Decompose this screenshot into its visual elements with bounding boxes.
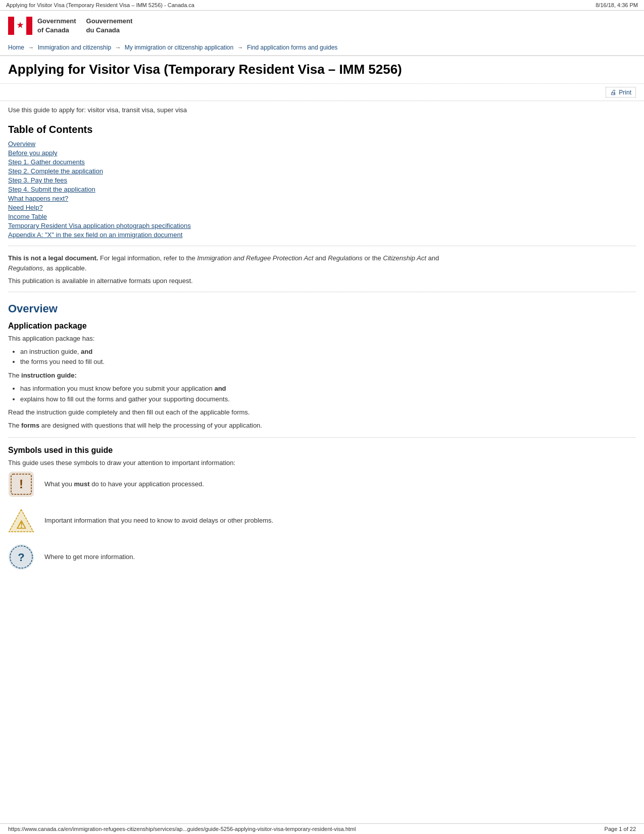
svg-text:?: ? bbox=[18, 551, 24, 564]
toc-item-overview: Overview bbox=[8, 140, 636, 148]
instruction-guide-list: has information you must know before you… bbox=[20, 384, 636, 405]
toc-item-step1: Step 1. Gather documents bbox=[8, 158, 636, 166]
toc-link-help[interactable]: Need Help? bbox=[8, 204, 43, 211]
info-icon: ? bbox=[8, 544, 34, 570]
warning-text: Important information that you need to k… bbox=[44, 516, 273, 526]
toc-list: Overview Before you apply Step 1. Gather… bbox=[8, 140, 636, 239]
gov-fr: Gouvernementdu Canada bbox=[86, 17, 133, 35]
app-package-title: Application package bbox=[8, 321, 636, 331]
top-bar: Applying for Visitor Visa (Temporary Res… bbox=[0, 0, 644, 11]
toc-item-step4: Step 4. Submit the application bbox=[8, 185, 636, 193]
list-item: an instruction guide, and bbox=[20, 347, 636, 357]
svg-rect-2 bbox=[26, 17, 32, 35]
header: Governmentof Canada Gouvernementdu Canad… bbox=[0, 11, 644, 42]
warning-icon: ⚠ bbox=[8, 507, 34, 534]
svg-text:!: ! bbox=[19, 477, 23, 491]
toc-item-appendix: Appendix A: "X" in the sex field on an i… bbox=[8, 230, 636, 239]
legal-note-bold: This is not a legal document. bbox=[8, 254, 98, 262]
divider-3 bbox=[8, 437, 636, 438]
list-item: has information you must know before you… bbox=[20, 384, 636, 394]
print-area: 🖨 Print bbox=[0, 84, 644, 101]
svg-text:⚠: ⚠ bbox=[16, 519, 26, 531]
toc-link-overview[interactable]: Overview bbox=[8, 140, 35, 148]
toc-link-income[interactable]: Income Table bbox=[8, 213, 47, 220]
subtitle: Use this guide to apply for: visitor vis… bbox=[0, 101, 644, 116]
toc-link-appendix[interactable]: Appendix A: "X" in the sex field on an i… bbox=[8, 231, 182, 239]
gov-en: Governmentof Canada bbox=[37, 17, 76, 35]
legal-note: This is not a legal document. For legal … bbox=[8, 253, 636, 273]
datetime: 8/16/18, 4:36 PM bbox=[596, 2, 638, 8]
divider-2 bbox=[8, 292, 636, 292]
symbol-row-mandatory: ! What you must do to have your applicat… bbox=[8, 471, 636, 497]
symbols-section: Symbols used in this guide This guide us… bbox=[8, 446, 636, 570]
symbols-title: Symbols used in this guide bbox=[8, 446, 636, 455]
instruction-guide-label: The instruction guide: bbox=[8, 370, 636, 381]
breadcrumb-immigration[interactable]: Immigration and citizenship bbox=[38, 44, 111, 51]
toc-link-step4[interactable]: Step 4. Submit the application bbox=[8, 186, 95, 193]
toc-item-before: Before you apply bbox=[8, 149, 636, 157]
logo-area: Governmentof Canada Gouvernementdu Canad… bbox=[8, 17, 636, 35]
alt-formats: This publication is available in alterna… bbox=[8, 277, 636, 285]
toc-link-before[interactable]: Before you apply bbox=[8, 149, 58, 157]
toc-item-next: What happens next? bbox=[8, 194, 636, 202]
app-package-list: an instruction guide, and the forms you … bbox=[20, 347, 636, 368]
symbol-row-info: ? Where to get more information. bbox=[8, 544, 636, 570]
breadcrumb: Home → Immigration and citizenship → My … bbox=[0, 42, 644, 55]
footer-url: https://www.canada.ca/en/immigration-ref… bbox=[8, 826, 356, 832]
symbol-row-warning: ⚠ Important information that you need to… bbox=[8, 507, 636, 534]
list-item: the forms you need to fill out. bbox=[20, 357, 636, 367]
toc-item-step3: Step 3. Pay the fees bbox=[8, 176, 636, 184]
forms-note: The forms are designed with questions th… bbox=[8, 421, 636, 431]
mandatory-text: What you must do to have your applicatio… bbox=[44, 479, 204, 489]
print-icon: 🖨 bbox=[610, 88, 617, 96]
toc-item-step2: Step 2. Complete the application bbox=[8, 167, 636, 175]
footer: https://www.canada.ca/en/immigration-ref… bbox=[0, 823, 644, 834]
toc-section: Table of Contents Overview Before you ap… bbox=[8, 124, 636, 239]
breadcrumb-sep-2: → bbox=[115, 44, 121, 51]
list-item: explains how to fill out the forms and g… bbox=[20, 394, 636, 405]
svg-rect-1 bbox=[8, 17, 14, 35]
toc-item-help: Need Help? bbox=[8, 203, 636, 211]
overview-title: Overview bbox=[8, 302, 636, 315]
symbols-intro: This guide uses these symbols to draw yo… bbox=[8, 458, 636, 468]
overview-section: Overview Application package This applic… bbox=[8, 302, 636, 430]
app-package-intro: This application package has: bbox=[8, 334, 636, 344]
toc-link-step3[interactable]: Step 3. Pay the fees bbox=[8, 176, 67, 184]
canada-flag-icon bbox=[8, 17, 32, 35]
tab-title: Applying for Visitor Visa (Temporary Res… bbox=[6, 2, 194, 8]
toc-item-photo: Temporary Resident Visa application phot… bbox=[8, 221, 636, 229]
page-title: Applying for Visitor Visa (Temporary Res… bbox=[8, 61, 636, 78]
breadcrumb-sep-3: → bbox=[237, 44, 243, 51]
footer-page-info: Page 1 of 22 bbox=[605, 826, 636, 832]
main-content: Table of Contents Overview Before you ap… bbox=[0, 124, 644, 570]
toc-item-income: Income Table bbox=[8, 212, 636, 220]
toc-heading: Table of Contents bbox=[8, 124, 636, 135]
toc-link-photo[interactable]: Temporary Resident Visa application phot… bbox=[8, 222, 191, 229]
mandatory-icon: ! bbox=[8, 471, 34, 497]
breadcrumb-my-application[interactable]: My immigration or citizenship applicatio… bbox=[125, 44, 233, 51]
toc-link-step2[interactable]: Step 2. Complete the application bbox=[8, 167, 103, 175]
info-text: Where to get more information. bbox=[44, 552, 135, 562]
read-note: Read the instruction guide completely an… bbox=[8, 407, 636, 418]
breadcrumb-find-forms[interactable]: Find application forms and guides bbox=[247, 44, 337, 51]
page-title-section: Applying for Visitor Visa (Temporary Res… bbox=[0, 55, 644, 84]
logo-text: Governmentof Canada Gouvernementdu Canad… bbox=[37, 17, 132, 35]
breadcrumb-home[interactable]: Home bbox=[8, 44, 24, 51]
print-button[interactable]: 🖨 Print bbox=[606, 87, 636, 98]
toc-link-next[interactable]: What happens next? bbox=[8, 195, 68, 202]
toc-link-step1[interactable]: Step 1. Gather documents bbox=[8, 158, 85, 166]
divider-1 bbox=[8, 246, 636, 246]
breadcrumb-sep-1: → bbox=[28, 44, 34, 51]
